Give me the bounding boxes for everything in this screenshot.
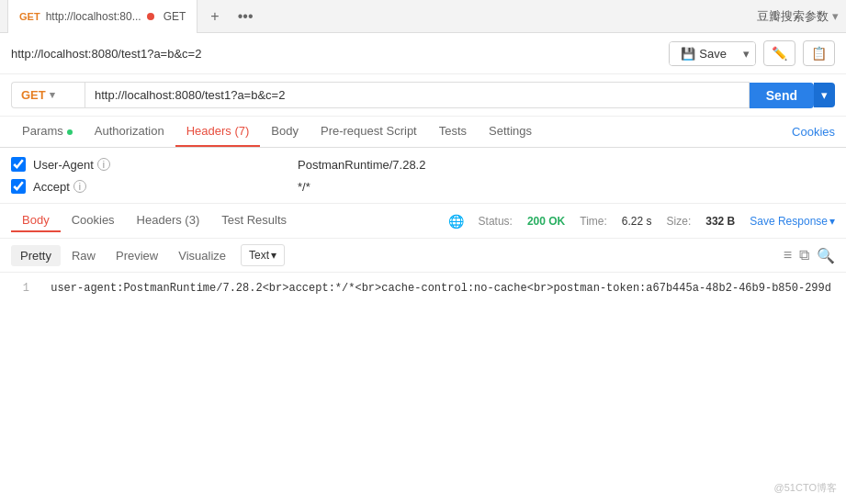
url-input[interactable] [85, 82, 750, 108]
tab-actions: + ••• [205, 6, 258, 27]
tab-settings[interactable]: Settings [478, 117, 543, 147]
send-button[interactable]: Send [750, 83, 814, 108]
accept-checkbox[interactable] [11, 179, 26, 194]
useragent-key: User-Agent i [33, 158, 290, 172]
accept-key: Accept i [33, 180, 290, 194]
save-chevron-button[interactable]: ▾ [738, 42, 755, 65]
tab-method: GET [19, 11, 40, 22]
new-tab-button[interactable]: + [205, 6, 224, 27]
method-chevron-icon: ▾ [50, 89, 55, 101]
tab-right-section: 豆瓣搜索参数 ▾ [757, 8, 839, 25]
useragent-checkbox[interactable] [11, 157, 26, 172]
resp-tab-body[interactable]: Body [11, 209, 61, 232]
copy-icon[interactable]: ⧉ [799, 247, 809, 263]
response-tabs: Body Cookies Headers (3) Test Results 🌐 … [0, 204, 846, 239]
lines-icon[interactable]: ≡ [784, 247, 792, 263]
body-format-bar: Pretty Raw Preview Visualize Text ▾ ≡ ⧉ … [0, 239, 846, 273]
send-chevron-button[interactable]: ▾ [814, 83, 835, 107]
resp-tab-headers[interactable]: Headers (3) [126, 209, 211, 232]
accept-info-icon[interactable]: i [73, 180, 86, 193]
status-value: 200 OK [527, 215, 565, 228]
resp-tab-test-results[interactable]: Test Results [210, 209, 298, 232]
more-tabs-button[interactable]: ••• [232, 6, 259, 27]
status-label: Status: [479, 215, 513, 228]
save-disk-icon: 💾 [681, 47, 695, 61]
tab-headers[interactable]: Headers (7) [175, 117, 261, 147]
size-value: 332 B [705, 215, 735, 228]
params-dot [67, 129, 73, 135]
response-body: 1 user-agent:PostmanRuntime/7.28.2<br>ac… [0, 273, 846, 346]
tab-dot [147, 13, 154, 20]
tab-pre-request[interactable]: Pre-request Script [310, 117, 428, 147]
save-response-chevron-icon: ▾ [829, 215, 835, 228]
edit-button[interactable]: ✏️ [763, 40, 795, 66]
header-row-accept: Accept i */* [11, 175, 835, 197]
active-tab[interactable]: GET http://localhost:80... GET [7, 0, 197, 33]
note-button[interactable]: 📋 [803, 40, 835, 66]
header-row-useragent: User-Agent i PostmanRuntime/7.28.2 [11, 153, 835, 175]
time-label: Time: [580, 215, 607, 228]
fmt-tab-visualize[interactable]: Visualize [169, 245, 235, 266]
accept-value: */* [298, 180, 835, 194]
fmt-tab-pretty[interactable]: Pretty [11, 245, 61, 266]
tab-right-label: 豆瓣搜索参数 [757, 8, 829, 25]
save-label: Save [699, 47, 727, 61]
request-bar: GET ▾ Send ▾ [0, 74, 846, 117]
format-icons: ≡ ⧉ 🔍 [784, 247, 835, 264]
cookies-link[interactable]: Cookies [792, 125, 835, 139]
save-response-button[interactable]: Save Response ▾ [750, 215, 835, 228]
format-select-chevron: ▾ [271, 249, 276, 262]
headers-table: User-Agent i PostmanRuntime/7.28.2 Accep… [0, 148, 846, 204]
resp-tab-cookies[interactable]: Cookies [61, 209, 126, 232]
address-bar: http://localhost:8080/test1?a=b&c=2 💾 Sa… [0, 33, 846, 74]
tab-authorization[interactable]: Authorization [84, 117, 175, 147]
tab-params[interactable]: Params [11, 117, 84, 147]
tab-body[interactable]: Body [260, 117, 310, 147]
method-label: GET [21, 88, 46, 102]
tab-right-chevron-icon[interactable]: ▾ [832, 9, 839, 23]
address-url: http://localhost:8080/test1?a=b&c=2 [11, 47, 661, 61]
search-icon[interactable]: 🔍 [817, 247, 835, 264]
size-label: Size: [667, 215, 692, 228]
fmt-tab-preview[interactable]: Preview [107, 245, 167, 266]
tab-label: GET [164, 10, 186, 23]
response-line-1: user-agent:PostmanRuntime/7.28.2<br>acce… [51, 282, 831, 295]
save-button[interactable]: 💾 Save [670, 42, 738, 65]
method-select[interactable]: GET ▾ [11, 82, 85, 108]
send-label: Send [766, 88, 797, 103]
time-value: 6.22 s [622, 215, 652, 228]
fmt-tab-raw[interactable]: Raw [62, 245, 105, 266]
tab-bar: GET http://localhost:80... GET + ••• 豆瓣搜… [0, 0, 846, 33]
response-status-bar: 🌐 Status: 200 OK Time: 6.22 s Size: 332 … [448, 214, 835, 229]
format-select[interactable]: Text ▾ [241, 244, 285, 266]
save-button-group: 💾 Save ▾ [669, 41, 756, 66]
tab-url: http://localhost:80... [46, 10, 141, 23]
format-select-label: Text [249, 249, 269, 262]
globe-icon: 🌐 [448, 214, 464, 229]
line-number-1: 1 [11, 282, 29, 295]
tab-tests[interactable]: Tests [428, 117, 478, 147]
request-tabs: Params Authorization Headers (7) Body Pr… [0, 117, 846, 148]
useragent-info-icon[interactable]: i [97, 158, 110, 171]
useragent-value: PostmanRuntime/7.28.2 [298, 158, 835, 172]
